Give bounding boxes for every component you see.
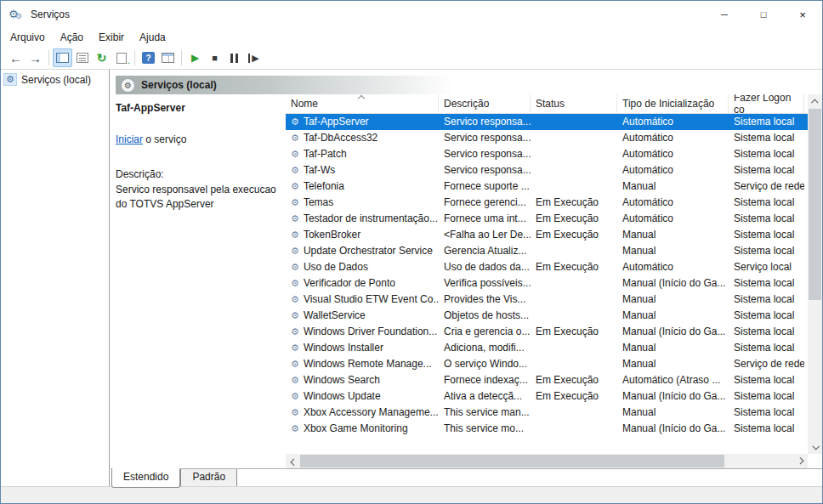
service-row[interactable]: ⚙Taf-WsServico responsa...AutomáticoSist…	[286, 162, 808, 178]
cell-status	[531, 114, 617, 130]
start-service-suffix: o serviço	[143, 133, 186, 145]
service-gear-icon: ⚙	[291, 214, 299, 224]
service-row[interactable]: ⚙TokenBroker<Falha ao Ler De...Em Execuç…	[286, 227, 808, 243]
cell-startup-type: Manual (Início do Ga...	[617, 421, 729, 437]
restart-service-button[interactable]: ▶	[244, 48, 264, 67]
service-row[interactable]: ⚙Visual Studio ETW Event Co...Provides t…	[286, 292, 808, 308]
window-title: Serviços	[31, 8, 70, 20]
service-gear-icon: ⚙	[291, 408, 299, 417]
cell-status	[531, 292, 617, 308]
refresh-icon: ↻	[97, 52, 107, 64]
cell-logon-as: Sistema local	[729, 114, 804, 130]
play-icon: ▶	[191, 53, 199, 63]
start-service-button[interactable]: ▶	[185, 48, 205, 67]
vertical-scroll-thumb[interactable]	[809, 109, 821, 300]
selected-service-name: Taf-AppServer	[116, 102, 286, 114]
column-header-1[interactable]: Descrição	[439, 94, 531, 113]
horizontal-scrollbar[interactable]	[286, 454, 808, 468]
cell-description: Cria e gerencia o...	[439, 324, 531, 340]
extended-view-button[interactable]	[158, 48, 178, 67]
horizontal-scroll-thumb[interactable]	[300, 455, 724, 467]
service-name-text: Windows Update	[304, 388, 381, 405]
cell-startup-type: Manual	[617, 308, 729, 324]
service-row[interactable]: ⚙Windows Driver Foundation...Cria e gere…	[286, 324, 808, 340]
service-row[interactable]: ⚙Windows SearchFornece indexaç...Em Exec…	[286, 372, 808, 388]
service-row[interactable]: ⚙TemasFornece gerenci...Em ExecuçãoAutom…	[286, 195, 808, 211]
services-window: ⚙⚙ Serviços ─ □ × Arquivo Ação Exibir Aj…	[0, 0, 823, 504]
refresh-button[interactable]: ↻	[92, 48, 111, 67]
service-row[interactable]: ⚙Testador de instrumentação...Fornece um…	[286, 211, 808, 227]
show-console-tree-button[interactable]	[53, 48, 72, 67]
service-row[interactable]: ⚙Taf-DbAccess32Servico responsa...Automá…	[286, 130, 808, 146]
services-node-icon: ⚙	[3, 73, 17, 86]
menu-exibir[interactable]: Exibir	[91, 30, 132, 45]
scroll-left-button[interactable]	[286, 454, 300, 468]
tree-item-services-local[interactable]: ⚙ Serviços (local)	[1, 70, 109, 89]
column-header-2[interactable]: Status	[531, 94, 617, 113]
cell-logon-as: Sistema local	[729, 372, 804, 388]
menubar: Arquivo Ação Exibir Ajuda	[1, 28, 822, 47]
back-arrow-icon: ←	[9, 52, 22, 65]
service-row[interactable]: ⚙Windows Remote Manage...O serviço Windo…	[286, 356, 808, 372]
horizontal-scroll-track[interactable]	[300, 454, 793, 468]
forward-button[interactable]: →	[26, 48, 45, 67]
scroll-up-button[interactable]	[808, 94, 822, 109]
help-button[interactable]: ?	[139, 48, 158, 67]
menu-acao[interactable]: Ação	[53, 30, 91, 45]
cell-name: ⚙Windows Remote Manage...	[286, 356, 439, 372]
tab-estendido[interactable]: Estendido	[111, 468, 180, 488]
cell-startup-type: Manual	[617, 227, 729, 243]
column-header-4[interactable]: Fazer Logon co	[729, 94, 804, 113]
column-header-0[interactable]: Nome	[286, 94, 439, 113]
cell-logon-as: Sistema local	[729, 195, 804, 211]
service-row[interactable]: ⚙Windows InstallerAdiciona, modifi...Man…	[286, 340, 808, 356]
cell-name: ⚙TokenBroker	[286, 227, 439, 243]
cell-logon-as: Sistema local	[729, 243, 804, 259]
pause-service-button[interactable]	[224, 48, 244, 67]
cell-status	[531, 130, 617, 146]
column-header-3[interactable]: Tipo de Inicialização	[617, 94, 729, 113]
cell-logon-as: Serviço local	[729, 259, 804, 275]
service-row[interactable]: ⚙Xbox Accessory Manageme...This service …	[286, 405, 808, 421]
service-row[interactable]: ⚙Windows UpdateAtiva a detecçã...Em Exec…	[286, 388, 808, 405]
export-list-button[interactable]	[111, 48, 131, 67]
service-row[interactable]: ⚙TelefoniaFornece suporte ...ManualServi…	[286, 178, 808, 195]
minimize-button[interactable]: ─	[705, 1, 744, 28]
cell-description: O serviço Windo...	[439, 356, 531, 372]
start-service-link[interactable]: Iniciar	[116, 133, 143, 145]
column-header-label: Tipo de Inicialização	[622, 98, 714, 110]
service-gear-icon: ⚙	[291, 327, 299, 337]
vertical-scrollbar[interactable]	[808, 94, 822, 454]
menu-ajuda[interactable]: Ajuda	[132, 30, 173, 45]
service-gear-icon: ⚙	[291, 279, 299, 288]
service-row[interactable]: ⚙Verificador de PontoVerifica possíveis.…	[286, 275, 808, 292]
cell-status	[531, 275, 617, 292]
services-table: NomeDescriçãoStatusTipo de Inicialização…	[286, 94, 808, 454]
service-name-text: Taf-DbAccess32	[304, 130, 377, 146]
stop-service-button[interactable]: ■	[205, 48, 224, 67]
cell-name: ⚙Taf-Ws	[286, 162, 439, 178]
service-row[interactable]: ⚙Update Orchestrator ServiceGerencia Atu…	[286, 243, 808, 259]
scroll-right-button[interactable]	[793, 454, 808, 468]
cell-startup-type: Automático	[617, 259, 729, 275]
menu-arquivo[interactable]: Arquivo	[3, 30, 53, 45]
service-row[interactable]: ⚙Taf-AppServerServico responsa...Automát…	[286, 114, 808, 130]
service-row[interactable]: ⚙Taf-PatchServico responsa...AutomáticoS…	[286, 146, 808, 162]
chevron-left-icon	[290, 458, 297, 465]
service-row[interactable]: ⚙Xbox Game MonitoringThis service mo...M…	[286, 421, 808, 437]
back-button[interactable]: ←	[6, 48, 26, 67]
maximize-button[interactable]: □	[744, 1, 783, 28]
cell-name: ⚙Xbox Accessory Manageme...	[286, 405, 439, 421]
service-gear-icon: ⚙	[291, 150, 299, 159]
service-row[interactable]: ⚙Uso de DadosUso de dados da...Em Execuç…	[286, 259, 808, 275]
service-row[interactable]: ⚙WalletServiceObjetos de hosts...ManualS…	[286, 308, 808, 324]
close-button[interactable]: ×	[783, 1, 822, 28]
service-name-text: WalletService	[304, 308, 366, 324]
scroll-down-button[interactable]	[808, 439, 822, 454]
band-title: Serviços (local)	[141, 79, 217, 91]
tab-padrao[interactable]: Padrão	[180, 469, 237, 488]
cell-startup-type: Manual	[617, 243, 729, 259]
cell-description: Servico responsa...	[439, 162, 531, 178]
service-gear-icon: ⚙	[291, 117, 299, 127]
list-view-button[interactable]	[72, 48, 92, 67]
